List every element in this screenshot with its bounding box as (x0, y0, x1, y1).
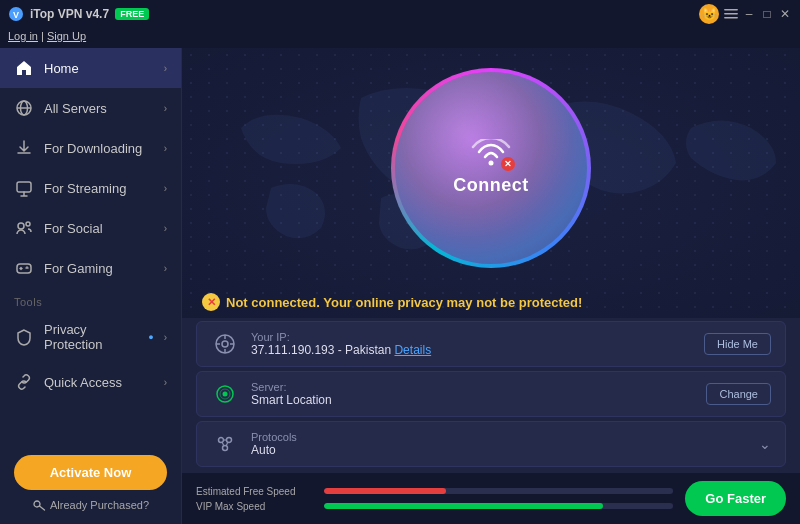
vip-speed-label: VIP Max Speed (196, 501, 316, 512)
change-server-action: Change (706, 383, 771, 405)
svg-rect-13 (17, 264, 31, 273)
server-location-icon (211, 380, 239, 408)
maximize-button[interactable]: □ (760, 7, 774, 21)
speed-labels: Estimated Free Speed VIP Max Speed (196, 486, 673, 512)
link-icon (14, 372, 34, 392)
wifi-icon-wrap: ✕ (471, 139, 511, 169)
sidebar-item-quick-access[interactable]: Quick Access › (0, 362, 181, 402)
sidebar-bottom: Activate Now Already Purchased? (0, 443, 181, 524)
protocols-card[interactable]: Protocols Auto ⌄ (196, 421, 786, 467)
svg-point-11 (18, 223, 24, 229)
connect-area: ✕ Connect (182, 48, 800, 287)
main-layout: Home › All Servers › For Downloading › (0, 48, 800, 524)
chevron-right-icon: › (164, 63, 167, 74)
connect-outer-ring: ✕ Connect (391, 68, 591, 268)
already-purchased-link[interactable]: Already Purchased? (14, 498, 167, 512)
auth-separator: | (41, 30, 44, 42)
ip-card-content: Your IP: 37.111.190.193 - Pakistan Detai… (251, 331, 692, 357)
key-icon (32, 498, 46, 512)
sidebar-item-all-servers[interactable]: All Servers › (0, 88, 181, 128)
download-icon (14, 138, 34, 158)
free-badge: FREE (115, 8, 149, 20)
connect-button[interactable]: ✕ Connect (395, 72, 587, 264)
wifi-x-badge: ✕ (501, 157, 515, 171)
privacy-expand-icon: ● (148, 332, 153, 342)
svg-point-14 (26, 266, 28, 268)
chevron-right-icon: › (164, 332, 167, 343)
svg-point-26 (219, 438, 224, 443)
app-title: iTop VPN v4.7 (30, 7, 109, 21)
sidebar-item-for-gaming[interactable]: For Gaming › (0, 248, 181, 288)
change-server-button[interactable]: Change (706, 383, 771, 405)
go-faster-button[interactable]: Go Faster (685, 481, 786, 516)
connect-label: Connect (453, 175, 529, 196)
svg-line-31 (226, 442, 228, 446)
sidebar-for-gaming-label: For Gaming (44, 261, 113, 276)
server-label: Server: (251, 381, 694, 393)
svg-rect-4 (724, 9, 738, 11)
protocols-label: Protocols (251, 431, 747, 443)
chevron-right-icon: › (164, 183, 167, 194)
chevron-right-icon: › (164, 377, 167, 388)
sidebar-item-for-downloading[interactable]: For Downloading › (0, 128, 181, 168)
gaming-icon (14, 258, 34, 278)
sidebar-for-downloading-label: For Downloading (44, 141, 142, 156)
login-link[interactable]: Log in (8, 30, 38, 42)
svg-text:V: V (13, 10, 19, 20)
streaming-icon (14, 178, 34, 198)
sidebar-for-streaming-label: For Streaming (44, 181, 126, 196)
purchased-label: Already Purchased? (50, 499, 149, 511)
hide-me-action: Hide Me (704, 333, 771, 355)
hide-me-button[interactable]: Hide Me (704, 333, 771, 355)
ip-label: Your IP: (251, 331, 692, 343)
svg-point-28 (223, 446, 228, 451)
svg-point-27 (227, 438, 232, 443)
content-area: ✕ Connect ✕ Not connected. Your online p… (182, 48, 800, 524)
sidebar-item-for-social[interactable]: For Social › (0, 208, 181, 248)
close-button[interactable]: ✕ (778, 7, 792, 21)
svg-point-18 (222, 341, 228, 347)
protocols-icon (211, 430, 239, 458)
sidebar-home-label: Home (44, 61, 79, 76)
chevron-right-icon: › (164, 103, 167, 114)
menu-icon[interactable] (724, 7, 738, 21)
vip-speed-fill (324, 503, 603, 509)
speed-section: Estimated Free Speed VIP Max Speed Go Fa… (182, 473, 800, 524)
sidebar-quick-access-label: Quick Access (44, 375, 122, 390)
minimize-button[interactable]: – (742, 7, 756, 21)
server-card-content: Server: Smart Location (251, 381, 694, 407)
server-value: Smart Location (251, 393, 694, 407)
ip-details-link[interactable]: Details (394, 343, 431, 357)
location-pin-icon (211, 330, 239, 358)
svg-line-30 (222, 442, 224, 446)
server-info-card: Server: Smart Location Change (196, 371, 786, 417)
status-message: Not connected. Your online privacy may n… (226, 295, 582, 310)
sidebar: Home › All Servers › For Downloading › (0, 48, 182, 524)
signup-link[interactable]: Sign Up (47, 30, 86, 42)
sidebar-for-social-label: For Social (44, 221, 103, 236)
warning-shield-icon: ✕ (202, 293, 220, 311)
svg-rect-10 (17, 182, 31, 192)
mascot-icon: 😺 (698, 3, 720, 25)
vip-speed-row: VIP Max Speed (196, 501, 673, 512)
globe-icon (14, 98, 34, 118)
sidebar-item-home[interactable]: Home › (0, 48, 181, 88)
home-icon (14, 58, 34, 78)
sidebar-privacy-label: Privacy Protection (44, 322, 136, 352)
free-speed-bar (324, 488, 673, 494)
x-mark: ✕ (207, 296, 216, 309)
tools-section-label: Tools (0, 288, 181, 312)
free-speed-fill (324, 488, 446, 494)
svg-rect-6 (724, 17, 738, 19)
sidebar-item-for-streaming[interactable]: For Streaming › (0, 168, 181, 208)
free-speed-row: Estimated Free Speed (196, 486, 673, 497)
svg-point-12 (26, 222, 30, 226)
activate-now-button[interactable]: Activate Now (14, 455, 167, 490)
svg-rect-5 (724, 13, 738, 15)
ip-address: 37.111.190.193 - Pakistan (251, 343, 391, 357)
status-banner: ✕ Not connected. Your online privacy may… (202, 293, 780, 311)
vip-speed-bar (324, 503, 673, 509)
app-logo-icon: V (8, 6, 24, 22)
sidebar-item-privacy-protection[interactable]: Privacy Protection ● › (0, 312, 181, 362)
titlebar: V iTop VPN v4.7 FREE 😺 – □ ✕ (0, 0, 800, 28)
